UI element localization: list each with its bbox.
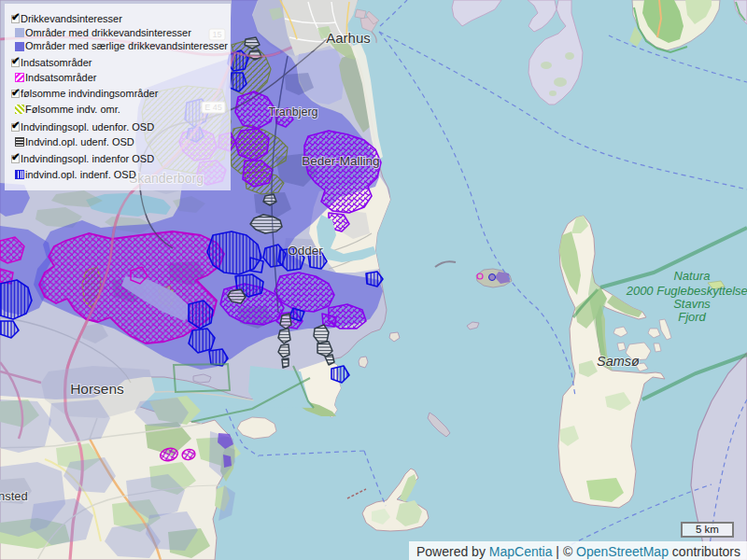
svg-text:Samsø: Samsø [597,354,640,369]
svg-text:Stavns: Stavns [673,297,711,311]
svg-text:nsted: nsted [0,489,28,503]
svg-text:Beder-Malling: Beder-Malling [302,154,379,168]
svg-text:2000 Fuglebeskyttelsesom: 2000 Fuglebeskyttelsesom [626,284,747,298]
svg-text:Fjord: Fjord [678,310,706,324]
svg-text:Odder: Odder [288,244,323,258]
svg-text:Tranbjerg: Tranbjerg [268,105,317,119]
svg-text:Horsens: Horsens [70,381,124,397]
svg-text:Natura: Natura [673,269,710,283]
svg-text:Aarhus: Aarhus [326,30,371,46]
